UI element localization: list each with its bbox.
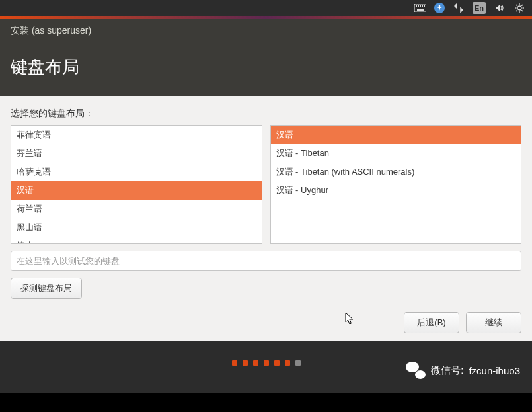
language-item[interactable]: 黑山语 (11, 218, 262, 237)
watermark-label: 微信号: (431, 364, 463, 377)
progress-dots (232, 360, 301, 366)
progress-dot (295, 360, 301, 366)
content-area: 选择您的键盘布局： 菲律宾语芬兰语哈萨克语汉语荷兰语黑山语捷克 汉语汉语 - T… (0, 96, 532, 341)
progress-dot (285, 360, 290, 366)
svg-rect-4 (422, 5, 423, 7)
test-keyboard-input[interactable] (11, 251, 521, 271)
svg-point-8 (517, 6, 521, 10)
sound-icon[interactable] (494, 2, 506, 14)
accessibility-icon[interactable] (434, 3, 445, 13)
layout-prompt: 选择您的键盘布局： (11, 108, 521, 120)
svg-line-15 (516, 10, 517, 11)
svg-rect-3 (420, 5, 421, 7)
window-title: 安装 (as superuser) (11, 25, 91, 36)
language-item[interactable]: 哈萨克语 (11, 163, 262, 181)
nav-buttons: 后退(B) 继续 (11, 299, 521, 333)
svg-rect-5 (424, 5, 425, 7)
svg-rect-6 (417, 9, 424, 11)
svg-point-7 (439, 5, 441, 7)
system-settings-icon[interactable] (513, 2, 525, 14)
layout-lists: 菲律宾语芬兰语哈萨克语汉语荷兰语黑山语捷克 汉语汉语 - Tibetan汉语 -… (11, 125, 521, 244)
progress-dot (253, 360, 258, 366)
language-listbox[interactable]: 菲律宾语芬兰语哈萨克语汉语荷兰语黑山语捷克 (11, 125, 262, 244)
input-method-indicator[interactable]: En (473, 2, 486, 14)
variant-item[interactable]: 汉语 - Uyghur (271, 181, 521, 200)
back-button[interactable]: 后退(B) (404, 312, 459, 333)
language-item[interactable]: 菲律宾语 (11, 126, 262, 144)
progress-dot (264, 360, 269, 366)
continue-button[interactable]: 继续 (466, 312, 521, 333)
detect-layout-button[interactable]: 探测键盘布局 (11, 278, 82, 299)
network-icon[interactable] (453, 2, 465, 14)
page-heading: 键盘布局 (11, 56, 521, 79)
progress-dot (274, 360, 280, 366)
variant-item[interactable]: 汉语 - Tibetan (271, 144, 521, 163)
svg-rect-0 (414, 4, 426, 12)
variant-listbox[interactable]: 汉语汉语 - Tibetan汉语 - Tibetan (with ASCII n… (270, 125, 522, 244)
footer: 微信号: fzcun-ihuo3 (0, 341, 532, 393)
svg-line-16 (521, 5, 523, 6)
language-item[interactable]: 捷克 (11, 237, 262, 244)
progress-dot (232, 360, 237, 366)
watermark-id: fzcun-ihuo3 (469, 365, 520, 376)
variant-item[interactable]: 汉语 (271, 126, 521, 144)
svg-rect-2 (418, 5, 419, 7)
svg-rect-1 (416, 5, 417, 7)
top-menubar: En (0, 0, 532, 16)
language-item[interactable]: 荷兰语 (11, 200, 262, 218)
wechat-icon (406, 362, 426, 379)
progress-dot (243, 360, 248, 366)
window-titlebar: 安装 (as superuser) (0, 19, 532, 44)
language-item[interactable]: 汉语 (11, 181, 262, 200)
keyboard-icon[interactable] (414, 2, 426, 14)
page-header: 键盘布局 (0, 44, 532, 96)
svg-line-14 (521, 10, 523, 11)
language-item[interactable]: 芬兰语 (11, 144, 262, 163)
watermark: 微信号: fzcun-ihuo3 (406, 362, 520, 379)
variant-item[interactable]: 汉语 - Tibetan (with ASCII numerals) (271, 163, 521, 181)
svg-line-13 (516, 5, 517, 6)
